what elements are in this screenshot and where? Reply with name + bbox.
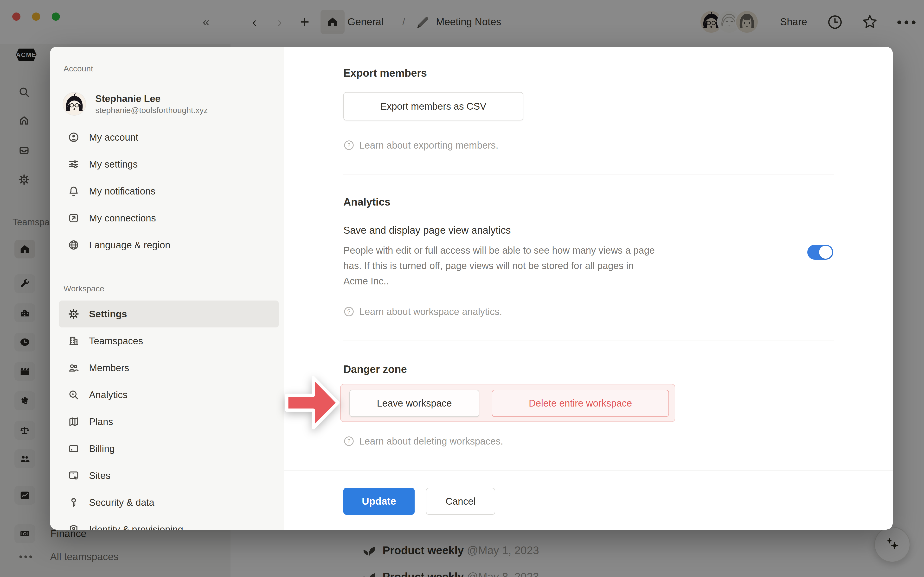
export-members-csv-button[interactable]: Export members as CSV: [343, 92, 523, 121]
nav-item-label: Analytics: [89, 390, 128, 400]
footer-divider: [284, 470, 893, 471]
workspace-section-header: Workspace: [63, 283, 284, 294]
analytics-setting-description: People with edit or full access will be …: [343, 243, 655, 289]
delete-workspace-button[interactable]: Delete entire workspace: [492, 390, 669, 417]
section-divider: [343, 174, 834, 175]
members-icon: [68, 362, 79, 374]
arrow-up-right-box-icon: [68, 212, 79, 224]
user-name: Stephanie Lee: [95, 92, 208, 105]
page-view-analytics-toggle[interactable]: [807, 245, 833, 259]
nav-item-my-account[interactable]: My account: [50, 124, 284, 151]
toggle-knob: [819, 246, 832, 259]
sliders-icon: [68, 158, 79, 170]
magnifier-sparkle-icon: [68, 389, 79, 401]
gear-icon: [68, 308, 79, 320]
nav-item-my-settings[interactable]: My settings: [50, 151, 284, 178]
nav-item-analytics[interactable]: Analytics: [50, 381, 284, 408]
user-email: stephanie@toolsforthought.xyz: [95, 105, 208, 115]
svg-text:?: ?: [347, 308, 351, 315]
person-circle-icon: [68, 132, 79, 143]
nav-item-plans[interactable]: Plans: [50, 408, 284, 435]
danger-zone-title: Danger zone: [343, 362, 407, 377]
nav-item-my-connections[interactable]: My connections: [50, 205, 284, 232]
help-circle-icon: ?: [343, 140, 354, 151]
settings-modal-content: Export members Export members as CSV ? L…: [284, 47, 893, 530]
nav-item-label: My account: [89, 132, 138, 143]
nav-item-label: My notifications: [89, 186, 155, 197]
browser-cursor-icon: [68, 470, 79, 481]
nav-item-language-region[interactable]: Language & region: [50, 232, 284, 258]
nav-item-security-data[interactable]: Security & data: [50, 489, 284, 516]
nav-item-label: Sites: [89, 470, 110, 481]
danger-zone-box: Leave workspace Delete entire workspace: [340, 384, 675, 422]
annotation-arrow: [285, 374, 341, 432]
leave-workspace-button[interactable]: Leave workspace: [349, 390, 479, 417]
bell-icon: [68, 185, 79, 197]
update-button[interactable]: Update: [343, 488, 415, 515]
nav-item-label: Billing: [89, 443, 115, 454]
svg-text:?: ?: [347, 142, 351, 148]
nav-item-label: Settings: [89, 309, 127, 319]
nav-item-identity-provisioning[interactable]: Identity & provisioning: [50, 516, 284, 530]
nav-item-label: Security & data: [89, 497, 154, 508]
map-icon: [68, 416, 79, 427]
nav-item-billing[interactable]: Billing: [50, 435, 284, 462]
export-members-title: Export members: [343, 66, 427, 80]
globe-icon: [68, 239, 79, 251]
learn-link-label: Learn about deleting workspaces.: [359, 436, 503, 447]
nav-item-label: My settings: [89, 159, 137, 170]
settings-modal: Account Stephanie Lee stephanie@toolsfor…: [50, 47, 893, 530]
credit-card-icon: [68, 443, 79, 455]
svg-text:?: ?: [347, 438, 351, 444]
learn-deleting-workspaces-link[interactable]: ? Learn about deleting workspaces.: [343, 434, 503, 448]
help-circle-icon: ?: [343, 436, 354, 447]
learn-workspace-analytics-link[interactable]: ? Learn about workspace analytics.: [343, 305, 502, 318]
learn-link-label: Learn about workspace analytics.: [359, 306, 502, 317]
building-icon: [68, 335, 79, 347]
nav-item-label: Teamspaces: [89, 335, 143, 347]
settings-modal-nav: Account Stephanie Lee stephanie@toolsfor…: [50, 47, 284, 530]
account-section-header: Account: [63, 63, 284, 74]
nav-item-label: Plans: [89, 416, 113, 427]
help-circle-icon: ?: [343, 306, 354, 317]
nav-item-settings[interactable]: Settings: [59, 301, 279, 327]
nav-item-label: Members: [89, 363, 129, 373]
analytics-setting-label: Save and display page view analytics: [343, 224, 511, 237]
learn-exporting-members-link[interactable]: ? Learn about exporting members.: [343, 139, 498, 152]
key-icon: [68, 497, 79, 508]
learn-link-label: Learn about exporting members.: [359, 140, 498, 151]
analytics-title: Analytics: [343, 195, 391, 209]
cancel-button[interactable]: Cancel: [426, 488, 495, 515]
section-divider: [343, 340, 834, 340]
nav-item-my-notifications[interactable]: My notifications: [50, 178, 284, 205]
user-profile[interactable]: Stephanie Lee stephanie@toolsforthought.…: [63, 90, 284, 118]
shield-person-icon: [68, 524, 79, 530]
user-avatar: [63, 93, 86, 115]
nav-item-teamspaces[interactable]: Teamspaces: [50, 327, 284, 355]
nav-item-members[interactable]: Members: [50, 355, 284, 381]
nav-item-label: Identity & provisioning: [89, 524, 183, 530]
nav-item-label: My connections: [89, 213, 156, 224]
app-window: « ‹ › + General / Meeting Notes Share: [0, 0, 924, 577]
nav-item-sites[interactable]: Sites: [50, 462, 284, 489]
nav-item-label: Language & region: [89, 240, 170, 250]
